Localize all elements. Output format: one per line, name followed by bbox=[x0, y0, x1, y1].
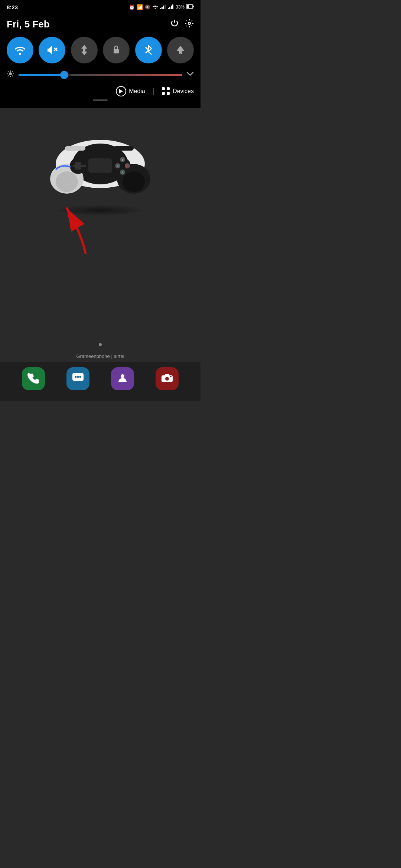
quick-toggles bbox=[7, 37, 194, 63]
svg-rect-1 bbox=[162, 7, 163, 9]
svg-rect-35 bbox=[88, 158, 112, 173]
brightness-row bbox=[7, 70, 194, 79]
svg-rect-6 bbox=[171, 6, 172, 9]
devices-label: Devices bbox=[173, 88, 194, 95]
home-screen: Y X B A bbox=[0, 108, 200, 401]
svg-rect-0 bbox=[160, 8, 161, 9]
signal2-icon bbox=[168, 4, 174, 10]
brightness-expand-icon[interactable] bbox=[186, 71, 194, 79]
mute-status-icon: 🔇 bbox=[145, 4, 150, 10]
camera-icon bbox=[161, 372, 173, 385]
battery-percentage: 33% bbox=[176, 4, 185, 10]
dock-phone-app[interactable] bbox=[22, 367, 45, 390]
controller-svg: Y X B A bbox=[45, 127, 156, 201]
svg-marker-25 bbox=[119, 89, 123, 93]
svg-text:X: X bbox=[117, 164, 119, 168]
status-icons: ⏰ 📶 🔇 bbox=[129, 4, 194, 10]
phone-icon bbox=[27, 372, 39, 386]
svg-line-22 bbox=[12, 76, 13, 76]
media-devices-row: Media | Devices bbox=[7, 86, 194, 99]
svg-rect-34 bbox=[73, 165, 86, 167]
date-action-icons bbox=[170, 19, 194, 30]
wifi-status-icon bbox=[152, 4, 158, 10]
status-time: 8:23 bbox=[7, 4, 18, 10]
status-bar: 8:23 ⏰ 📶 🔇 bbox=[0, 0, 200, 13]
date-display: Fri, 5 Feb bbox=[7, 19, 50, 30]
page-indicator bbox=[0, 343, 200, 346]
svg-point-54 bbox=[165, 377, 169, 381]
power-icon[interactable] bbox=[170, 19, 179, 30]
svg-line-24 bbox=[8, 76, 9, 76]
svg-text:A: A bbox=[121, 171, 124, 174]
mute-toggle[interactable] bbox=[39, 37, 65, 63]
svg-rect-4 bbox=[168, 8, 169, 9]
devices-grid-icon bbox=[162, 87, 170, 95]
svg-rect-15 bbox=[114, 49, 119, 53]
wifi-toggle[interactable] bbox=[7, 37, 33, 63]
svg-point-31 bbox=[123, 171, 145, 192]
svg-point-12 bbox=[19, 53, 21, 55]
svg-line-23 bbox=[12, 71, 13, 72]
svg-rect-10 bbox=[187, 5, 189, 8]
svg-point-11 bbox=[188, 22, 190, 24]
settings-icon[interactable] bbox=[185, 19, 194, 30]
svg-point-55 bbox=[170, 376, 172, 377]
svg-rect-45 bbox=[65, 146, 85, 151]
signal1-icon bbox=[160, 4, 166, 10]
bluetooth-status-icon: 📶 bbox=[137, 4, 143, 10]
svg-rect-9 bbox=[193, 6, 194, 7]
svg-point-51 bbox=[79, 376, 81, 378]
svg-text:B: B bbox=[126, 164, 129, 168]
svg-rect-3 bbox=[164, 4, 166, 9]
svg-rect-2 bbox=[163, 6, 164, 9]
dock bbox=[0, 362, 200, 401]
notification-panel: Fri, 5 Feb bbox=[0, 13, 200, 108]
dock-social-app[interactable] bbox=[111, 367, 134, 390]
svg-text:Y: Y bbox=[121, 158, 124, 162]
svg-point-30 bbox=[56, 171, 78, 192]
media-label: Media bbox=[129, 88, 145, 95]
social-icon bbox=[117, 372, 128, 386]
bluetooth-toggle[interactable] bbox=[135, 37, 162, 63]
brightness-icon bbox=[7, 70, 14, 79]
media-play-icon bbox=[116, 86, 126, 96]
dock-camera-app[interactable] bbox=[156, 367, 179, 390]
date-row: Fri, 5 Feb bbox=[7, 13, 194, 37]
svg-rect-7 bbox=[172, 4, 173, 9]
media-button[interactable]: Media bbox=[116, 86, 145, 96]
dock-messages-app[interactable] bbox=[66, 367, 89, 390]
devices-button[interactable]: Devices bbox=[162, 87, 194, 95]
messages-icon bbox=[72, 372, 84, 386]
svg-point-49 bbox=[75, 376, 77, 378]
carrier-text: Grameenphone | airtel bbox=[0, 354, 200, 362]
controller-area: Y X B A bbox=[45, 127, 156, 216]
data-toggle[interactable] bbox=[71, 37, 98, 63]
rotation-lock-toggle[interactable] bbox=[103, 37, 130, 63]
page-dot bbox=[99, 343, 102, 346]
svg-rect-5 bbox=[169, 7, 170, 9]
svg-point-50 bbox=[77, 376, 79, 378]
airplane-toggle[interactable] bbox=[167, 37, 194, 63]
svg-point-52 bbox=[121, 374, 124, 378]
separator: | bbox=[153, 87, 154, 96]
svg-rect-46 bbox=[113, 146, 134, 151]
controller-shadow bbox=[56, 205, 145, 216]
svg-point-16 bbox=[9, 72, 12, 75]
svg-line-21 bbox=[8, 71, 9, 72]
battery-icon bbox=[186, 4, 194, 10]
panel-handle bbox=[93, 99, 108, 101]
alarm-icon: ⏰ bbox=[129, 4, 135, 10]
brightness-slider[interactable] bbox=[19, 71, 182, 79]
